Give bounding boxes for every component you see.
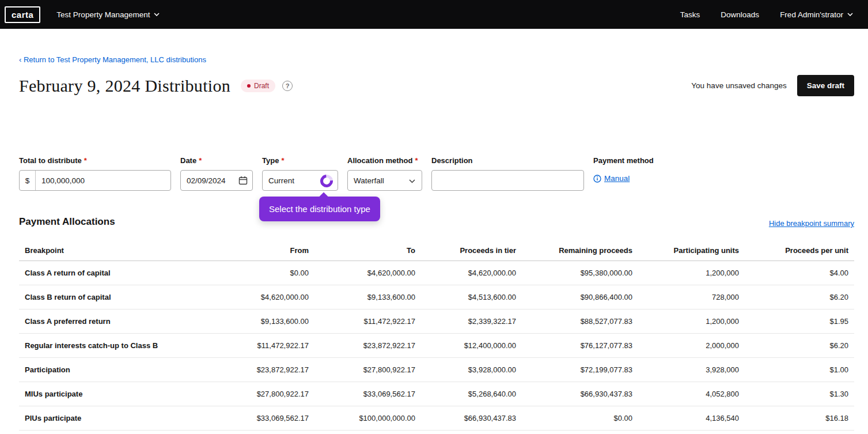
value-cell: $88,527,077.83 [522, 310, 638, 334]
value-cell: $4,620,000.00 [314, 261, 421, 285]
value-cell: 728,000 [638, 285, 745, 310]
value-cell: $27,800,922.17 [238, 382, 314, 406]
status-badge-label: Draft [254, 82, 269, 90]
value-cell: $12,400,000.00 [421, 334, 522, 358]
page-header: February 9, 2024 Distribution Draft ? Yo… [19, 75, 854, 96]
total-to-distribute-input[interactable] [36, 171, 170, 190]
required-asterisk: * [84, 156, 87, 165]
value-cell: $3,928,000.00 [421, 358, 522, 382]
save-draft-button[interactable]: Save draft [797, 75, 854, 96]
value-cell: $33,069,562.17 [238, 406, 314, 431]
help-icon[interactable]: ? [282, 81, 293, 91]
draft-dot-icon [247, 84, 251, 88]
required-asterisk: * [281, 156, 284, 165]
table-row: Regular interests catch-up to Class B$11… [19, 334, 854, 358]
value-cell: $72,199,077.83 [522, 358, 638, 382]
allocation-method-select[interactable]: Waterfall [347, 170, 422, 191]
nav-downloads[interactable]: Downloads [721, 10, 759, 19]
chevron-down-icon [409, 179, 415, 183]
allocation-method-label: Allocation method* [347, 156, 422, 165]
nav-tasks[interactable]: Tasks [680, 10, 700, 19]
breakpoint-name-cell: PIUs participate [19, 406, 238, 431]
value-cell: $1.30 [745, 382, 854, 406]
value-cell: 1,200,000 [638, 310, 745, 334]
payment-method-link-label: Manual [604, 174, 630, 183]
table-row: Class B return of capital$4,620,000.00$9… [19, 285, 854, 310]
table-row: Class A preferred return$9,133,600.00$11… [19, 310, 854, 334]
date-input-wrap [180, 170, 253, 191]
value-cell: $0.00 [238, 261, 314, 285]
company-name: Test Property Management [56, 10, 150, 19]
payment-allocations-header: Payment Allocations Hide breakpoint summ… [19, 216, 854, 228]
value-cell: $5,268,640.00 [421, 382, 522, 406]
value-cell: $9,133,600.00 [238, 310, 314, 334]
breakpoint-summary-table: BreakpointFromToProceeds in tierRemainin… [19, 239, 854, 431]
type-field: Type* Current [262, 156, 338, 191]
table-row: PIUs participate$33,069,562.17$100,000,0… [19, 406, 854, 431]
value-cell: 2,000,000 [638, 334, 745, 358]
type-label: Type* [262, 156, 338, 165]
value-cell: 3,928,000 [638, 358, 745, 382]
tour-tooltip: Select the distribution type [259, 197, 380, 221]
date-field: Date* [180, 156, 253, 191]
description-field: Description [431, 156, 584, 191]
total-to-distribute-label: Total to distribute* [19, 156, 171, 165]
description-input-wrap [431, 170, 584, 191]
type-select[interactable]: Current [262, 170, 338, 191]
value-cell: $90,866,400.00 [522, 285, 638, 310]
value-cell: $4,513,600.00 [421, 285, 522, 310]
value-cell: $0.00 [522, 406, 638, 431]
column-header-to: To [314, 239, 421, 261]
date-label: Date* [180, 156, 253, 165]
value-cell: $66,930,437.83 [421, 406, 522, 431]
required-asterisk: * [199, 156, 202, 165]
breadcrumb-return-link[interactable]: ‹ Return to Test Property Management, LL… [19, 55, 206, 64]
company-switcher[interactable]: Test Property Management [56, 10, 160, 19]
carta-logo[interactable]: carta [5, 6, 40, 23]
hide-breakpoint-summary-link[interactable]: Hide breakpoint summary [769, 219, 854, 228]
table-header-row: BreakpointFromToProceeds in tierRemainin… [19, 239, 854, 261]
status-badge: Draft [241, 80, 275, 92]
payment-allocations-heading: Payment Allocations [19, 216, 115, 228]
value-cell: $95,380,000.00 [522, 261, 638, 285]
currency-prefix: $ [20, 171, 36, 190]
page-title: February 9, 2024 Distribution [19, 76, 230, 96]
value-cell: $76,127,077.83 [522, 334, 638, 358]
info-circle-icon [593, 175, 601, 183]
type-select-value: Current [263, 176, 294, 185]
chevron-down-icon [847, 13, 853, 16]
payment-method-label: Payment method [593, 156, 654, 165]
value-cell: $33,069,562.17 [314, 382, 421, 406]
value-cell: 1,200,000 [638, 261, 745, 285]
value-cell: $6.20 [745, 334, 854, 358]
breakpoint-name-cell: MIUs participate [19, 382, 238, 406]
value-cell: $4,620,000.00 [238, 285, 314, 310]
value-cell: $1.95 [745, 310, 854, 334]
column-header-participating-units: Participating units [638, 239, 745, 261]
value-cell: $2,339,322.17 [421, 310, 522, 334]
value-cell: $4,620,000.00 [421, 261, 522, 285]
user-menu[interactable]: Fred Admin'strator [780, 10, 853, 19]
value-cell: $16.18 [745, 406, 854, 431]
top-nav-links: Tasks Downloads Fred Admin'strator [680, 10, 853, 19]
breakpoint-name-cell: Class A preferred return [19, 310, 238, 334]
column-header-proceeds-per-unit: Proceeds per unit [745, 239, 854, 261]
description-label: Description [431, 156, 584, 165]
unsaved-changes-text: You have unsaved changes [691, 81, 786, 90]
breakpoint-name-cell: Regular interests catch-up to Class B [19, 334, 238, 358]
description-input[interactable] [432, 171, 583, 190]
distribution-form: Total to distribute* $ Date* [19, 156, 854, 191]
column-header-breakpoint: Breakpoint [19, 239, 238, 261]
calendar-icon[interactable] [238, 176, 248, 185]
allocation-method-field: Allocation method* Waterfall [347, 156, 422, 191]
value-cell: 4,136,540 [638, 406, 745, 431]
table-row: Participation$23,872,922.17$27,800,922.1… [19, 358, 854, 382]
table-row: Class A return of capital$0.00$4,620,000… [19, 261, 854, 285]
value-cell: $23,872,922.17 [314, 334, 421, 358]
column-header-remaining-proceeds: Remaining proceeds [522, 239, 638, 261]
column-header-proceeds-in-tier: Proceeds in tier [421, 239, 522, 261]
payment-method-manual-link[interactable]: Manual [593, 174, 654, 183]
value-cell: $9,133,600.00 [314, 285, 421, 310]
required-asterisk: * [415, 156, 418, 165]
chevron-down-icon [154, 13, 160, 16]
